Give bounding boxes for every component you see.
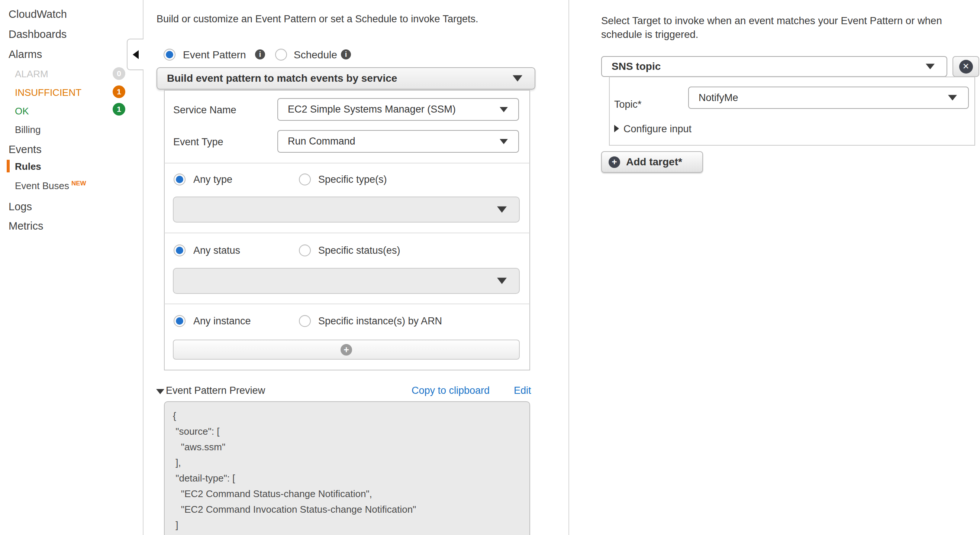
event-buses-label: Event Buses — [15, 180, 69, 191]
event-type-value: Run Command — [288, 136, 355, 147]
builder-intro-text: Build or customize an Event Pattern or s… — [156, 13, 478, 25]
sidebar-item-events[interactable]: Events — [8, 143, 41, 156]
sidebar-main-divider — [143, 0, 143, 535]
remove-target-button[interactable]: ✕ — [953, 56, 979, 77]
sidebar-item-cloudwatch[interactable]: CloudWatch — [8, 8, 67, 21]
specific-type-radio[interactable] — [299, 173, 311, 186]
divider — [164, 303, 530, 304]
any-instance-radio[interactable] — [173, 315, 186, 327]
event-pattern-preview-code: { "source": [ "aws.ssm" ], "detail-type"… — [164, 401, 530, 535]
copy-to-clipboard-link[interactable]: Copy to clipboard — [412, 385, 490, 397]
schedule-info-icon[interactable]: i — [341, 49, 351, 59]
topic-label: Topic* — [614, 99, 642, 110]
divider — [164, 163, 530, 164]
event-pattern-radio-label[interactable]: Event Pattern — [183, 49, 246, 61]
specific-instance-radio[interactable] — [299, 315, 311, 327]
add-target-label: Add target* — [626, 156, 682, 168]
service-name-select[interactable]: EC2 Simple Systems Manager (SSM) — [277, 98, 519, 121]
chevron-down-icon — [926, 64, 935, 70]
sidebar-item-insufficient-state[interactable]: INSUFFICIENT — [15, 87, 81, 98]
specific-instance-label[interactable]: Specific instance(s) by ARN — [318, 316, 442, 327]
ok-count-badge: 1 — [113, 103, 125, 116]
code-line: "detail-type": [ — [173, 470, 530, 486]
code-line: "aws.ssm" — [173, 439, 530, 455]
schedule-radio[interactable] — [275, 49, 287, 60]
chevron-down-icon — [948, 95, 957, 101]
sidebar-item-rules[interactable]: Rules — [15, 161, 41, 172]
sidebar-item-dashboards[interactable]: Dashboards — [8, 28, 67, 41]
target-intro-line1: Select Target to invoke when an event ma… — [601, 15, 942, 27]
any-type-label[interactable]: Any type — [193, 174, 232, 186]
chevron-down-icon — [497, 206, 507, 213]
pattern-builder-select[interactable]: Build event pattern to match events by s… — [156, 67, 535, 89]
alarm-count-badge: 0 — [113, 67, 125, 80]
chevron-down-icon — [500, 107, 508, 112]
service-name-label: Service Name — [173, 105, 237, 116]
event-type-label: Event Type — [173, 137, 223, 148]
add-arn-button[interactable]: + — [173, 340, 520, 360]
any-instance-label[interactable]: Any instance — [193, 316, 251, 327]
sidebar-item-logs[interactable]: Logs — [8, 201, 32, 213]
code-line: { — [173, 408, 530, 424]
edit-link[interactable]: Edit — [514, 385, 531, 397]
active-item-marker — [7, 160, 10, 172]
service-name-value: EC2 Simple Systems Manager (SSM) — [288, 104, 456, 115]
new-tag: NEW — [72, 180, 86, 187]
preview-title: Event Pattern Preview — [166, 385, 265, 397]
any-status-radio[interactable] — [173, 244, 186, 256]
target-type-select[interactable]: SNS topic — [601, 56, 947, 77]
target-type-value: SNS topic — [612, 60, 661, 73]
code-line: "source": [ — [173, 424, 530, 439]
sidebar-item-billing[interactable]: Billing — [15, 124, 41, 136]
event-type-select[interactable]: Run Command — [277, 130, 519, 153]
sidebar-item-metrics[interactable]: Metrics — [8, 220, 43, 232]
divider — [164, 233, 530, 233]
target-intro-line2: schedule is triggered. — [601, 29, 698, 41]
code-line: "EC2 Command Status-change Notification"… — [173, 486, 530, 502]
chevron-down-icon — [497, 278, 507, 284]
event-pattern-radio[interactable] — [164, 49, 175, 60]
status-select-disabled[interactable] — [173, 268, 520, 294]
chevron-right-icon — [614, 125, 619, 132]
any-type-radio[interactable] — [173, 173, 186, 186]
code-line: } — [173, 533, 530, 535]
preview-collapse-icon[interactable] — [156, 389, 164, 394]
insufficient-count-badge: 1 — [113, 86, 125, 98]
sidebar-item-event-buses[interactable]: Event BusesNEW — [15, 180, 86, 192]
sidebar-item-ok-state[interactable]: OK — [15, 105, 29, 117]
plus-icon: + — [340, 344, 352, 356]
sidebar-item-alarm-state[interactable]: ALARM — [15, 68, 48, 80]
code-line: "EC2 Command Invocation Status-change No… — [173, 502, 530, 517]
close-icon: ✕ — [959, 60, 973, 73]
topic-value: NotifyMe — [698, 92, 738, 104]
collapse-sidebar-button[interactable] — [127, 39, 143, 70]
plus-icon: + — [609, 156, 620, 168]
specific-status-radio[interactable] — [299, 244, 311, 256]
code-line: ], — [173, 455, 530, 470]
pattern-builder-select-value: Build event pattern to match events by s… — [167, 73, 397, 84]
configure-input-label: Configure input — [624, 123, 692, 135]
configure-input-toggle[interactable]: Configure input — [614, 123, 692, 135]
schedule-radio-label[interactable]: Schedule — [294, 49, 337, 61]
sidebar-item-alarms[interactable]: Alarms — [8, 48, 42, 60]
any-status-label[interactable]: Any status — [193, 245, 240, 256]
add-target-button[interactable]: + Add target* — [601, 151, 703, 173]
event-pattern-info-icon[interactable]: i — [255, 49, 265, 59]
type-select-disabled[interactable] — [173, 197, 520, 222]
code-line: ] — [173, 517, 530, 533]
chevron-down-icon — [500, 139, 508, 144]
main-target-divider — [568, 0, 569, 535]
specific-status-label[interactable]: Specific status(es) — [318, 245, 400, 256]
specific-type-label[interactable]: Specific type(s) — [318, 174, 387, 186]
topic-select[interactable]: NotifyMe — [688, 87, 969, 109]
collapse-left-icon — [133, 50, 139, 59]
chevron-down-icon — [513, 75, 522, 82]
